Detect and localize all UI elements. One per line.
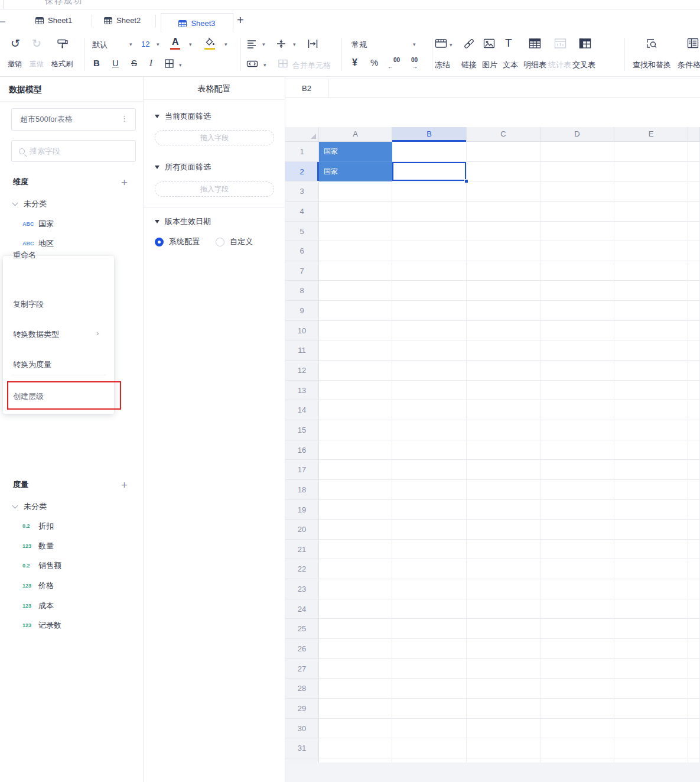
cell-D4[interactable]	[541, 202, 614, 222]
conditional-format-label[interactable]: 条件格式	[678, 60, 700, 70]
all-pages-filter-section[interactable]: 所有页面筛选	[155, 162, 211, 173]
measure-field-jilushu[interactable]: 123 记录数	[22, 620, 61, 631]
column-header-C[interactable]: C	[467, 127, 541, 142]
cell-E27[interactable]	[614, 659, 688, 679]
select-all-corner[interactable]	[285, 127, 319, 142]
cell-B23[interactable]	[392, 579, 467, 599]
cell-E12[interactable]	[614, 361, 688, 381]
chevron-down-icon[interactable]: ▾	[157, 41, 159, 47]
find-replace-label[interactable]: 查找和替换	[633, 60, 671, 70]
cell-B8[interactable]	[392, 281, 467, 301]
cell-B25[interactable]	[392, 619, 467, 639]
borders-icon[interactable]	[164, 59, 174, 69]
cell-C24[interactable]	[467, 599, 541, 619]
cell-D29[interactable]	[541, 699, 614, 719]
cell-D25[interactable]	[541, 619, 614, 639]
row-header-7[interactable]: 7	[285, 261, 319, 281]
current-page-filter-section[interactable]: 当前页面筛选	[155, 111, 211, 122]
fill-color-icon[interactable]	[204, 37, 216, 47]
cell-D16[interactable]	[541, 440, 614, 460]
cell-E30[interactable]	[614, 719, 688, 739]
cell-D3[interactable]	[541, 181, 614, 202]
cell-C29[interactable]	[467, 699, 541, 719]
row-header-4[interactable]: 4	[285, 202, 319, 222]
cell-C28[interactable]	[467, 679, 541, 699]
cell-C15[interactable]	[467, 420, 541, 440]
cell-A6[interactable]	[319, 241, 392, 261]
currency-format-icon[interactable]: ¥	[352, 58, 357, 67]
cell-B12[interactable]	[392, 361, 467, 381]
cell-B5[interactable]	[392, 222, 467, 242]
radio-selected-icon[interactable]	[155, 238, 164, 246]
measure-field-jiage[interactable]: 123 价格	[22, 580, 54, 591]
cell-B22[interactable]	[392, 559, 467, 579]
decrease-decimal-icon[interactable]: 00←	[388, 57, 401, 70]
undo-icon[interactable]: ↺	[11, 38, 20, 49]
chevron-down-icon[interactable]: ▾	[263, 62, 266, 68]
chevron-down-icon[interactable]: ▾	[129, 41, 132, 47]
cell-B3[interactable]	[392, 181, 467, 202]
row-header-1[interactable]: 1	[285, 142, 319, 162]
row-header-29[interactable]: 29	[285, 699, 319, 719]
freeze-label[interactable]: 冻结	[435, 60, 450, 70]
cell-D12[interactable]	[541, 361, 614, 381]
column-header-D[interactable]: D	[541, 127, 614, 142]
cell-E24[interactable]	[614, 599, 688, 619]
cell-C13[interactable]	[467, 381, 541, 401]
cell-E7[interactable]	[614, 261, 688, 281]
cell-B29[interactable]	[392, 699, 467, 719]
cell-C19[interactable]	[467, 500, 541, 520]
column-header-B[interactable]: B	[392, 127, 467, 142]
redo-label[interactable]: 重做	[30, 59, 44, 69]
cell-E4[interactable]	[614, 202, 688, 222]
cell-B32[interactable]	[392, 758, 467, 762]
cell-E14[interactable]	[614, 400, 688, 420]
cross-table-icon[interactable]	[579, 38, 591, 49]
row-header-17[interactable]: 17	[285, 460, 319, 480]
cell-D5[interactable]	[541, 222, 614, 242]
cell-E2[interactable]	[614, 162, 688, 182]
row-header-26[interactable]: 26	[285, 639, 319, 659]
cell-A3[interactable]	[319, 181, 392, 202]
cell-D19[interactable]	[541, 500, 614, 520]
cell-D11[interactable]	[541, 340, 614, 361]
radio-label-custom[interactable]: 自定义	[230, 236, 253, 247]
cell-C2[interactable]	[467, 162, 541, 182]
row-header-28[interactable]: 28	[285, 679, 319, 699]
cell-E3[interactable]	[614, 181, 688, 202]
cell-E28[interactable]	[614, 679, 688, 699]
cell-A7[interactable]	[319, 261, 392, 281]
cell-E19[interactable]	[614, 500, 688, 520]
cell-name-box[interactable]: B2	[285, 79, 328, 98]
cell-C8[interactable]	[467, 281, 541, 301]
row-header-18[interactable]: 18	[285, 480, 319, 500]
text-overflow-icon[interactable]	[246, 59, 258, 69]
row-header-16[interactable]: 16	[285, 440, 319, 460]
menu-item-convert-to-measure[interactable]: 转换为度量	[13, 359, 51, 370]
add-dimension-button[interactable]: +	[121, 177, 128, 188]
bold-button[interactable]: B	[93, 59, 100, 67]
cell-C3[interactable]	[467, 181, 541, 202]
chevron-down-icon[interactable]: ▾	[179, 62, 182, 68]
column-header-E[interactable]: E	[614, 127, 688, 142]
cell-D21[interactable]	[541, 540, 614, 560]
row-header-30[interactable]: 30	[285, 719, 319, 739]
row-header-5[interactable]: 5	[285, 222, 319, 242]
row-header-6[interactable]: 6	[285, 241, 319, 261]
cell-D6[interactable]	[541, 241, 614, 261]
row-header-31[interactable]: 31	[285, 738, 319, 758]
cell-B19[interactable]	[392, 500, 467, 520]
cell-A24[interactable]	[319, 599, 392, 619]
row-header-12[interactable]: 12	[285, 361, 319, 381]
cell-E32[interactable]	[614, 758, 688, 762]
row-header-15[interactable]: 15	[285, 420, 319, 440]
cell-A14[interactable]	[319, 400, 392, 420]
cell-E31[interactable]	[614, 738, 688, 758]
cell-B26[interactable]	[392, 639, 467, 659]
menu-item-convert-data-type[interactable]: 转换数据类型	[13, 329, 59, 340]
link-label[interactable]: 链接	[461, 60, 477, 70]
cell-A26[interactable]	[319, 639, 392, 659]
cell-C10[interactable]	[467, 321, 541, 341]
chevron-down-icon[interactable]: ▾	[413, 41, 416, 47]
cell-C7[interactable]	[467, 261, 541, 281]
